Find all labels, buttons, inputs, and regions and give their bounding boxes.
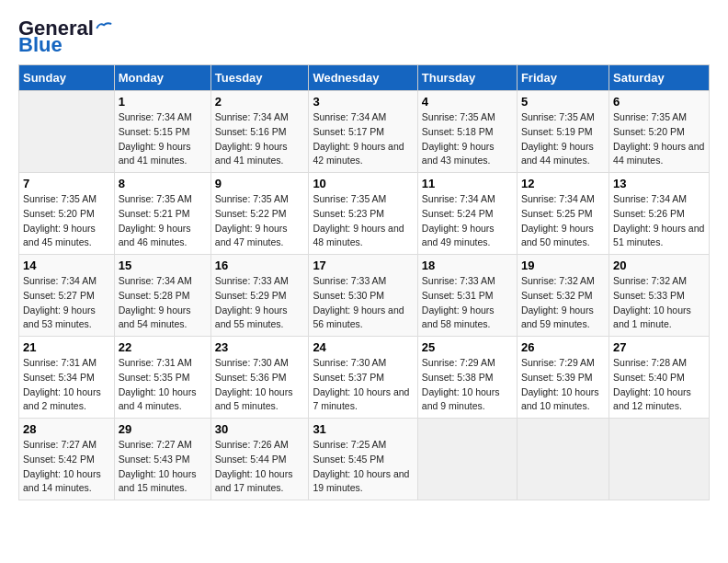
calendar-cell: 8Sunrise: 7:35 AMSunset: 5:21 PMDaylight… <box>114 173 210 255</box>
day-info: Sunrise: 7:34 AMSunset: 5:16 PMDaylight:… <box>215 110 305 168</box>
day-number: 18 <box>422 259 513 272</box>
logo-blue: Blue <box>18 35 63 55</box>
calendar-cell: 3Sunrise: 7:34 AMSunset: 5:17 PMDaylight… <box>309 91 417 173</box>
calendar-cell: 14Sunrise: 7:34 AMSunset: 5:27 PMDayligh… <box>19 255 115 337</box>
day-number: 4 <box>422 95 513 109</box>
calendar-cell: 24Sunrise: 7:30 AMSunset: 5:37 PMDayligh… <box>309 337 417 419</box>
day-number: 24 <box>313 340 413 354</box>
week-row-2: 7Sunrise: 7:35 AMSunset: 5:20 PMDaylight… <box>19 173 710 255</box>
week-row-4: 21Sunrise: 7:31 AMSunset: 5:34 PMDayligh… <box>19 337 710 419</box>
day-info: Sunrise: 7:30 AMSunset: 5:37 PMDaylight:… <box>313 356 413 414</box>
day-info: Sunrise: 7:27 AMSunset: 5:43 PMDaylight:… <box>119 438 207 496</box>
header-cell-tuesday: Tuesday <box>210 65 309 91</box>
header-cell-saturday: Saturday <box>609 65 710 91</box>
calendar-cell: 1Sunrise: 7:34 AMSunset: 5:15 PMDaylight… <box>114 91 210 173</box>
day-number: 17 <box>313 259 413 272</box>
day-number: 12 <box>521 177 605 190</box>
day-info: Sunrise: 7:25 AMSunset: 5:45 PMDaylight:… <box>313 438 413 496</box>
day-info: Sunrise: 7:34 AMSunset: 5:27 PMDaylight:… <box>23 274 110 332</box>
header-cell-thursday: Thursday <box>417 65 517 91</box>
day-number: 7 <box>23 177 110 190</box>
day-number: 29 <box>119 422 207 436</box>
calendar-cell: 12Sunrise: 7:34 AMSunset: 5:25 PMDayligh… <box>517 173 609 255</box>
day-info: Sunrise: 7:34 AMSunset: 5:17 PMDaylight:… <box>313 110 413 168</box>
day-info: Sunrise: 7:31 AMSunset: 5:34 PMDaylight:… <box>23 356 110 414</box>
day-info: Sunrise: 7:33 AMSunset: 5:31 PMDaylight:… <box>422 274 513 332</box>
calendar-cell: 29Sunrise: 7:27 AMSunset: 5:43 PMDayligh… <box>114 419 210 500</box>
calendar-cell: 17Sunrise: 7:33 AMSunset: 5:30 PMDayligh… <box>309 255 417 337</box>
header-cell-monday: Monday <box>114 65 210 91</box>
day-info: Sunrise: 7:34 AMSunset: 5:26 PMDaylight:… <box>613 192 705 250</box>
logo: General Blue <box>18 18 112 55</box>
header-cell-sunday: Sunday <box>19 65 115 91</box>
day-info: Sunrise: 7:32 AMSunset: 5:33 PMDaylight:… <box>613 274 705 332</box>
day-number: 20 <box>613 259 705 272</box>
day-number: 27 <box>613 340 705 354</box>
calendar-cell: 5Sunrise: 7:35 AMSunset: 5:19 PMDaylight… <box>517 91 609 173</box>
calendar-cell: 23Sunrise: 7:30 AMSunset: 5:36 PMDayligh… <box>210 337 309 419</box>
day-info: Sunrise: 7:35 AMSunset: 5:19 PMDaylight:… <box>521 110 605 168</box>
day-info: Sunrise: 7:33 AMSunset: 5:30 PMDaylight:… <box>313 274 413 332</box>
week-row-3: 14Sunrise: 7:34 AMSunset: 5:27 PMDayligh… <box>19 255 710 337</box>
day-info: Sunrise: 7:35 AMSunset: 5:23 PMDaylight:… <box>313 192 413 250</box>
day-info: Sunrise: 7:34 AMSunset: 5:25 PMDaylight:… <box>521 192 605 250</box>
calendar-cell: 10Sunrise: 7:35 AMSunset: 5:23 PMDayligh… <box>309 173 417 255</box>
calendar-cell: 25Sunrise: 7:29 AMSunset: 5:38 PMDayligh… <box>417 337 517 419</box>
day-number: 11 <box>422 177 513 190</box>
header-row: SundayMondayTuesdayWednesdayThursdayFrid… <box>19 65 710 91</box>
calendar-cell: 31Sunrise: 7:25 AMSunset: 5:45 PMDayligh… <box>309 419 417 500</box>
day-info: Sunrise: 7:31 AMSunset: 5:35 PMDaylight:… <box>119 356 207 414</box>
calendar-cell: 20Sunrise: 7:32 AMSunset: 5:33 PMDayligh… <box>609 255 710 337</box>
day-info: Sunrise: 7:34 AMSunset: 5:24 PMDaylight:… <box>422 192 513 250</box>
day-number: 5 <box>521 95 605 109</box>
day-info: Sunrise: 7:33 AMSunset: 5:29 PMDaylight:… <box>215 274 305 332</box>
day-number: 1 <box>119 95 207 109</box>
calendar-cell: 18Sunrise: 7:33 AMSunset: 5:31 PMDayligh… <box>417 255 517 337</box>
calendar-cell: 2Sunrise: 7:34 AMSunset: 5:16 PMDaylight… <box>210 91 309 173</box>
calendar-cell: 26Sunrise: 7:29 AMSunset: 5:39 PMDayligh… <box>517 337 609 419</box>
day-info: Sunrise: 7:34 AMSunset: 5:28 PMDaylight:… <box>119 274 207 332</box>
day-info: Sunrise: 7:35 AMSunset: 5:20 PMDaylight:… <box>23 192 110 250</box>
day-number: 13 <box>613 177 705 190</box>
calendar-cell <box>609 419 710 500</box>
day-number: 6 <box>613 95 705 109</box>
calendar-cell: 15Sunrise: 7:34 AMSunset: 5:28 PMDayligh… <box>114 255 210 337</box>
calendar-cell: 6Sunrise: 7:35 AMSunset: 5:20 PMDaylight… <box>609 91 710 173</box>
calendar-cell <box>517 419 609 500</box>
day-info: Sunrise: 7:35 AMSunset: 5:20 PMDaylight:… <box>613 110 705 168</box>
day-number: 26 <box>521 340 605 354</box>
calendar-cell: 16Sunrise: 7:33 AMSunset: 5:29 PMDayligh… <box>210 255 309 337</box>
day-number: 2 <box>215 95 305 109</box>
day-info: Sunrise: 7:35 AMSunset: 5:21 PMDaylight:… <box>119 192 207 250</box>
day-number: 25 <box>422 340 513 354</box>
calendar-cell: 30Sunrise: 7:26 AMSunset: 5:44 PMDayligh… <box>210 419 309 500</box>
calendar-cell: 21Sunrise: 7:31 AMSunset: 5:34 PMDayligh… <box>19 337 115 419</box>
day-info: Sunrise: 7:30 AMSunset: 5:36 PMDaylight:… <box>215 356 305 414</box>
calendar-cell: 11Sunrise: 7:34 AMSunset: 5:24 PMDayligh… <box>417 173 517 255</box>
day-number: 28 <box>23 422 110 436</box>
day-number: 31 <box>313 422 413 436</box>
day-info: Sunrise: 7:26 AMSunset: 5:44 PMDaylight:… <box>215 438 305 496</box>
day-number: 21 <box>23 340 110 354</box>
calendar-cell <box>19 91 115 173</box>
day-number: 22 <box>119 340 207 354</box>
calendar-header: SundayMondayTuesdayWednesdayThursdayFrid… <box>19 65 710 91</box>
day-info: Sunrise: 7:32 AMSunset: 5:32 PMDaylight:… <box>521 274 605 332</box>
day-info: Sunrise: 7:35 AMSunset: 5:22 PMDaylight:… <box>215 192 305 250</box>
day-number: 19 <box>521 259 605 272</box>
calendar-cell: 9Sunrise: 7:35 AMSunset: 5:22 PMDaylight… <box>210 173 309 255</box>
week-row-5: 28Sunrise: 7:27 AMSunset: 5:42 PMDayligh… <box>19 419 710 500</box>
calendar-table: SundayMondayTuesdayWednesdayThursdayFrid… <box>18 64 710 500</box>
day-info: Sunrise: 7:29 AMSunset: 5:39 PMDaylight:… <box>521 356 605 414</box>
day-number: 14 <box>23 259 110 272</box>
day-info: Sunrise: 7:28 AMSunset: 5:40 PMDaylight:… <box>613 356 705 414</box>
calendar-cell: 28Sunrise: 7:27 AMSunset: 5:42 PMDayligh… <box>19 419 115 500</box>
day-number: 10 <box>313 177 413 190</box>
day-number: 9 <box>215 177 305 190</box>
week-row-1: 1Sunrise: 7:34 AMSunset: 5:15 PMDaylight… <box>19 91 710 173</box>
day-number: 16 <box>215 259 305 272</box>
calendar-cell: 7Sunrise: 7:35 AMSunset: 5:20 PMDaylight… <box>19 173 115 255</box>
day-info: Sunrise: 7:34 AMSunset: 5:15 PMDaylight:… <box>119 110 207 168</box>
calendar-cell: 13Sunrise: 7:34 AMSunset: 5:26 PMDayligh… <box>609 173 710 255</box>
page-header: General Blue <box>18 18 710 55</box>
